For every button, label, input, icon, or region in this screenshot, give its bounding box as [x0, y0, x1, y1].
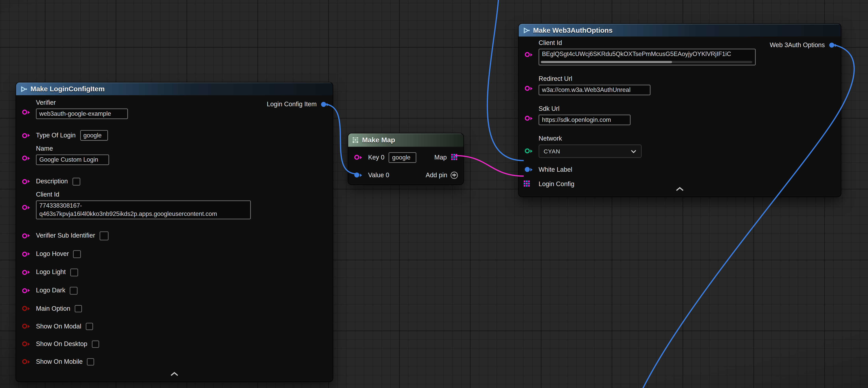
pin-row-show-on-desktop: Show On Desktop	[16, 335, 333, 353]
pin-row-logo-dark: Logo Dark	[16, 281, 333, 300]
redirect-url-label: Redirect Url	[539, 75, 834, 83]
show-on-modal-label: Show On Modal	[36, 322, 82, 330]
network-dropdown-value: CYAN	[544, 148, 560, 155]
pin-row-client-id: Client Id 774338308167- q463s7kpvja16l4l…	[16, 190, 333, 221]
sdk-url-label: Sdk Url	[539, 105, 834, 113]
chevron-up-icon	[170, 371, 179, 377]
sdk-url-input[interactable]: https://sdk.openlogin.com	[539, 115, 630, 125]
verifier-sub-identifier-pin[interactable]	[22, 233, 27, 238]
verifier-sub-identifier-label: Verifier Sub Identifier	[36, 232, 95, 240]
logo-dark-pin[interactable]	[22, 288, 27, 293]
collapse-node-button[interactable]	[676, 184, 684, 194]
login-config-label: Login Config	[539, 180, 574, 188]
show-on-mobile-checkbox[interactable]	[87, 358, 94, 365]
pin-row-logo-light: Logo Light	[16, 263, 333, 281]
redirect-url-pin[interactable]	[525, 86, 530, 91]
verifier-pin[interactable]	[22, 110, 27, 115]
show-on-mobile-pin[interactable]	[22, 359, 27, 364]
node-make-web3auth-options[interactable]: Make Web3AuthOptions Web 3Auth Options C…	[518, 23, 841, 197]
client-id-input[interactable]: BEglQSgt4cUWcj6SKRdu5QkOXTsePmMcusG5EAoy…	[539, 49, 756, 65]
add-pin-button[interactable]: Add pin	[426, 171, 458, 179]
main-option-checkbox[interactable]	[75, 305, 82, 312]
type-of-login-pin[interactable]	[22, 133, 27, 138]
horizontal-scrollbar[interactable]	[541, 61, 752, 63]
logo-light-pin[interactable]	[22, 270, 27, 275]
name-label: Name	[36, 145, 326, 153]
pin-row-show-on-modal: Show On Modal	[16, 317, 333, 335]
logo-hover-pin[interactable]	[22, 251, 27, 256]
main-option-pin[interactable]	[22, 306, 27, 311]
map-output-pin[interactable]	[451, 154, 458, 161]
logo-dark-input[interactable]	[70, 287, 78, 294]
show-on-desktop-checkbox[interactable]	[92, 340, 99, 348]
logo-hover-label: Logo Hover	[36, 250, 69, 258]
show-on-modal-pin[interactable]	[22, 324, 27, 329]
show-on-desktop-pin[interactable]	[22, 341, 27, 347]
client-id-pin[interactable]	[525, 52, 530, 57]
redirect-url-input[interactable]: w3a://com.w3a.Web3AuthUnreal	[539, 85, 650, 95]
node-title: Make Map	[362, 136, 395, 144]
add-pin-icon	[451, 171, 458, 179]
node-make-map[interactable]: Make Map Key 0 google Map Value 0 Add pi…	[348, 133, 464, 185]
verifier-sub-identifier-input[interactable]	[99, 231, 108, 240]
show-on-mobile-label: Show On Mobile	[36, 357, 83, 366]
pin-row-network: Network CYAN	[519, 135, 841, 158]
pin-row-verifier-sub-identifier: Verifier Sub Identifier	[16, 227, 333, 245]
show-on-modal-checkbox[interactable]	[86, 323, 93, 330]
logo-light-input[interactable]	[70, 268, 78, 276]
node-header[interactable]: Make LoginConfigItem	[16, 82, 333, 95]
pin-row-white-label: White Label	[519, 162, 841, 177]
pin-row-type-of-login: Type Of Login google	[16, 126, 333, 145]
network-label: Network	[539, 135, 834, 143]
type-of-login-input[interactable]: google	[80, 130, 107, 141]
description-input[interactable]	[72, 177, 80, 185]
network-pin[interactable]	[525, 148, 530, 153]
chevron-down-icon	[630, 149, 637, 153]
map-output-label: Map	[434, 153, 447, 161]
blueprint-stage: Make LoginConfigItem Login Config Item V…	[0, 0, 868, 388]
name-pin[interactable]	[22, 155, 27, 160]
client-id-input[interactable]: 774338308167- q463s7kpvja16l4l0kko3nb925…	[36, 201, 251, 219]
value0-pin[interactable]	[354, 173, 359, 177]
key0-label: Key 0	[368, 153, 384, 161]
pin-row-key0: Key 0 google Map	[348, 148, 463, 167]
sdk-url-pin[interactable]	[525, 116, 530, 121]
login-config-pin[interactable]	[524, 181, 530, 187]
key0-pin[interactable]	[354, 155, 359, 160]
pin-row-show-on-mobile: Show On Mobile	[16, 353, 333, 370]
client-id-label: Client Id	[539, 39, 834, 47]
verifier-input[interactable]: web3auth-google-example	[36, 109, 128, 119]
description-label: Description	[36, 177, 68, 185]
make-map-icon	[352, 137, 359, 143]
chevron-up-icon	[676, 187, 684, 191]
pin-row-sdk-url: Sdk Url https://sdk.openlogin.com	[519, 105, 841, 127]
make-struct-icon	[21, 86, 27, 92]
type-of-login-label: Type Of Login	[36, 131, 76, 140]
white-label-pin[interactable]	[525, 167, 530, 172]
description-pin[interactable]	[22, 179, 27, 184]
pin-row-redirect-url: Redirect Url w3a://com.w3a.Web3AuthUnrea…	[519, 75, 841, 97]
pin-row-logo-hover: Logo Hover	[16, 245, 333, 263]
node-make-login-config-item[interactable]: Make LoginConfigItem Login Config Item V…	[16, 82, 333, 382]
make-struct-icon	[523, 27, 530, 33]
client-id-label: Client Id	[36, 190, 326, 199]
client-id-pin[interactable]	[22, 205, 27, 210]
node-header[interactable]: Make Web3AuthOptions	[519, 24, 841, 37]
scrollbar-thumb[interactable]	[541, 61, 672, 63]
node-title: Make Web3AuthOptions	[533, 26, 613, 34]
network-dropdown[interactable]: CYAN	[539, 145, 642, 158]
collapse-node-button[interactable]	[170, 369, 179, 379]
pin-row-main-option: Main Option	[16, 300, 333, 318]
verifier-label: Verifier	[36, 98, 326, 107]
logo-hover-input[interactable]	[73, 250, 81, 258]
white-label-label: White Label	[539, 165, 572, 174]
name-input[interactable]: Google Custom Login	[36, 155, 109, 165]
add-pin-label: Add pin	[426, 171, 447, 179]
key0-input[interactable]: google	[389, 152, 416, 162]
pin-row-verifier: Verifier web3auth-google-example	[16, 98, 333, 121]
client-id-value: BEglQSgt4cUWcj6SKRdu5QkOXTsePmMcusG5EAoy…	[542, 51, 731, 57]
show-on-desktop-label: Show On Desktop	[36, 340, 87, 348]
logo-light-label: Logo Light	[36, 268, 66, 276]
main-option-label: Main Option	[36, 304, 70, 312]
node-header[interactable]: Make Map	[348, 133, 463, 147]
